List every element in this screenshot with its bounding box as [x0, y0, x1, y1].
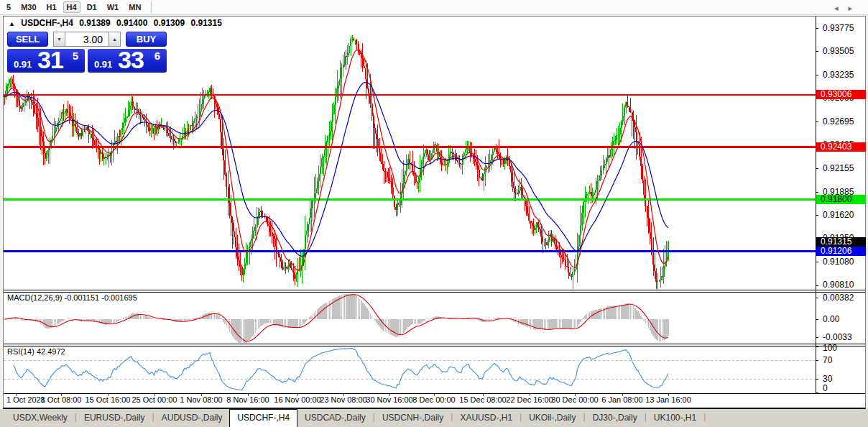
- sell-price-quote[interactable]: 0.91 31 5: [7, 49, 85, 73]
- time-axis-label: 8 Oct 08:00: [41, 395, 82, 404]
- price-tick-label: 0.91620: [823, 211, 854, 220]
- time-axis-label: 15 Oct 16:00: [86, 395, 131, 404]
- time-axis-label: 13 Jan 16:00: [645, 395, 691, 404]
- time-axis-label: 6 Jan 08:00: [601, 395, 643, 404]
- chart-symbol: USDCHF-,H4: [21, 18, 73, 28]
- buy-price-prefix: 0.91: [94, 59, 112, 70]
- price-tick-label: 0.92695: [823, 117, 854, 127]
- sell-price-big: 31: [37, 46, 63, 74]
- chart-tab-uk100-h1[interactable]: UK100-,H1: [647, 409, 703, 427]
- price-tick-label: 0.93505: [823, 47, 854, 56]
- chart-tab-eurusd-daily[interactable]: EURUSD-,Daily: [77, 409, 152, 427]
- price-line-label: 0.91800: [816, 195, 866, 204]
- timeframe-button-m30[interactable]: M30: [17, 1, 40, 13]
- timeframe-button-w1[interactable]: W1: [103, 1, 123, 13]
- volume-increase-button[interactable]: ▴: [108, 32, 121, 47]
- sell-button[interactable]: SELL: [7, 32, 48, 47]
- price-line-label: 0.91315: [816, 237, 866, 247]
- chart-tab-xauusd-h1[interactable]: XAUUSD-,H1: [453, 409, 520, 427]
- time-axis-label: 1 Oct 2021: [6, 395, 45, 404]
- ohlc-open: 0.91389: [79, 18, 110, 28]
- sell-price-prefix: 0.91: [14, 59, 32, 70]
- time-axis-label: 23 Nov 08:00: [320, 395, 366, 404]
- buy-price-big: 33: [118, 46, 144, 74]
- macd-tick-label: 0.00382: [823, 293, 854, 303]
- price-line-label: 0.91206: [816, 247, 866, 256]
- macd-tick-label: 0.00: [823, 315, 839, 324]
- ma-slow-line: [4, 82, 668, 256]
- rsi-tick-label: 70: [823, 356, 832, 365]
- timeframe-button-d1[interactable]: D1: [83, 1, 101, 13]
- time-axis-label: 8 Nov 16:00: [226, 395, 269, 404]
- tab-scroll-arrows[interactable]: ◂▸: [834, 4, 862, 13]
- tab-scroll-left-icon[interactable]: ◂: [834, 4, 849, 12]
- time-axis-label: 15 Dec 08:00: [459, 395, 506, 404]
- time-axis-label: 1 Nov 08:00: [180, 395, 222, 404]
- chart-tab-audusd-daily[interactable]: AUDUSD-,Daily: [154, 409, 230, 427]
- timeframe-button-5[interactable]: 5: [3, 1, 14, 13]
- time-axis-label: 8 Dec 00:00: [412, 395, 455, 404]
- price-line-label: 0.92403: [816, 142, 866, 152]
- chart-symbol-header: ▲ USDCHF-,H4 0.91389 0.91400 0.91309 0.9…: [9, 18, 226, 28]
- one-click-trading-panel: SELL ▾ ▴ BUY 0.91 31 5 0.91 33 6: [7, 32, 167, 88]
- rsi-indicator-label: RSI(14) 42.4972: [7, 347, 65, 356]
- timeframe-button-h1[interactable]: H1: [43, 1, 60, 13]
- chart-tab-bar: USDX,Weekly|EURUSD-,Daily|AUDUSD-,DailyU…: [0, 409, 868, 427]
- price-line-label: 0.93006: [816, 90, 866, 99]
- chart-tab-usdchf-h4[interactable]: USDCHF-,H4: [229, 409, 297, 427]
- rsi-tick-label: 0: [823, 384, 828, 393]
- timeframe-toolbar: 5M30H1H4D1W1MN: [0, 0, 868, 15]
- ohlc-high: 0.91400: [116, 18, 147, 28]
- macd-indicator-label: MACD(12,26,9) -0.001151 -0.001695: [7, 293, 137, 302]
- rsi-line: [14, 349, 668, 390]
- rsi-tick-label: 100: [823, 344, 837, 353]
- ohlc-low: 0.91309: [154, 18, 185, 28]
- time-axis-label: 30 Nov 16:00: [366, 395, 412, 404]
- price-tick-label: 0.93235: [823, 70, 854, 80]
- buy-price-quote[interactable]: 0.91 33 6: [88, 49, 167, 73]
- chart-tab-ukoil-daily[interactable]: UKOil-,Daily: [522, 409, 583, 427]
- chart-window: ▲ USDCHF-,H4 0.91389 0.91400 0.91309 0.9…: [3, 16, 866, 409]
- timeframe-button-mn[interactable]: MN: [125, 1, 144, 13]
- macd-tick-label: -0.0033: [823, 333, 852, 342]
- buy-price-sup: 6: [154, 50, 160, 62]
- chart-tab-usdx-weekly[interactable]: USDX,Weekly: [6, 409, 75, 427]
- mt4-application: 5M30H1H4D1W1MN ▲ USDCHF-,H4 0.91389 0.91…: [0, 0, 868, 427]
- tab-separator: |: [703, 409, 706, 427]
- price-tick-label: 0.92155: [823, 164, 854, 173]
- price-tick-label: 0.91080: [823, 257, 854, 267]
- buy-button[interactable]: BUY: [126, 32, 167, 47]
- price-tick-label: 0.93775: [823, 24, 854, 33]
- time-axis-label: 25 Oct 00:00: [132, 395, 177, 404]
- timeframe-button-h4[interactable]: H4: [63, 1, 80, 13]
- ohlc-close: 0.91315: [190, 18, 221, 28]
- chart-tab-dj30-daily[interactable]: DJ30-,Daily: [586, 409, 645, 427]
- time-axis-label: 22 Dec 16:00: [506, 395, 553, 404]
- volume-decrease-button[interactable]: ▾: [53, 32, 65, 47]
- tab-scroll-right-icon[interactable]: ▸: [848, 4, 862, 12]
- collapse-panel-icon[interactable]: ▲: [9, 20, 15, 27]
- chart-tab-usdcad-daily[interactable]: USDCAD-,Daily: [297, 409, 373, 427]
- volume-input[interactable]: [65, 32, 108, 47]
- toolbar-separator: [151, 1, 152, 13]
- time-axis-label: 30 Dec 00:00: [551, 395, 598, 404]
- price-tick-label: 0.90810: [823, 280, 854, 290]
- sell-price-sup: 5: [73, 50, 78, 62]
- time-axis-label: 16 Nov 00:00: [274, 395, 320, 404]
- rsi-pane: [4, 349, 816, 390]
- chart-tab-usdcnh-daily[interactable]: USDCNH-,Daily: [375, 409, 451, 427]
